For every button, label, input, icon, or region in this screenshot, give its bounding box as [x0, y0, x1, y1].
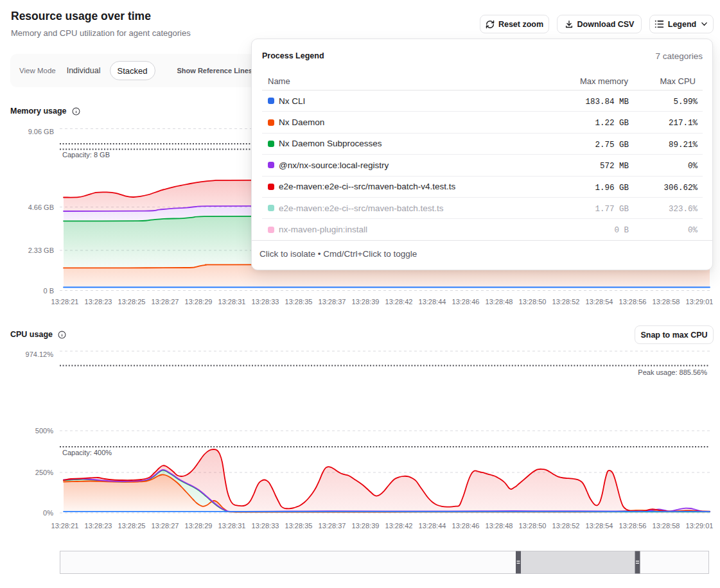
svg-text:13:29:01: 13:29:01: [686, 522, 714, 530]
svg-text:13:28:50: 13:28:50: [519, 298, 547, 306]
svg-text:500%: 500%: [35, 427, 53, 435]
svg-text:13:28:46: 13:28:46: [452, 298, 480, 306]
svg-text:13:28:29: 13:28:29: [185, 522, 213, 530]
svg-text:13:28:27: 13:28:27: [152, 298, 179, 306]
svg-text:13:28:33: 13:28:33: [252, 298, 279, 306]
svg-text:13:28:56: 13:28:56: [619, 522, 647, 530]
svg-text:13:28:23: 13:28:23: [85, 522, 112, 530]
svg-text:Capacity: 8 GB: Capacity: 8 GB: [62, 151, 110, 159]
svg-text:13:28:52: 13:28:52: [552, 298, 580, 306]
svg-text:13:28:35: 13:28:35: [285, 522, 313, 530]
svg-text:13:28:58: 13:28:58: [653, 522, 680, 530]
svg-text:4.66 GB: 4.66 GB: [28, 203, 54, 211]
svg-text:13:28:42: 13:28:42: [385, 298, 413, 306]
svg-text:Peak usage: 885.56%: Peak usage: 885.56%: [638, 368, 707, 376]
svg-text:13:28:48: 13:28:48: [486, 298, 513, 306]
svg-text:974.12%: 974.12%: [26, 350, 54, 358]
svg-text:13:28:23: 13:28:23: [85, 298, 112, 306]
svg-text:13:28:50: 13:28:50: [519, 522, 547, 530]
svg-text:2.33 GB: 2.33 GB: [28, 246, 54, 254]
svg-text:13:28:25: 13:28:25: [118, 522, 146, 530]
svg-text:13:28:54: 13:28:54: [586, 298, 613, 306]
svg-text:9.06 GB: 9.06 GB: [28, 128, 54, 135]
svg-text:13:28:48: 13:28:48: [486, 522, 513, 530]
svg-text:13:28:33: 13:28:33: [252, 522, 279, 530]
svg-text:13:29:01: 13:29:01: [686, 298, 714, 306]
svg-text:13:28:56: 13:28:56: [619, 298, 647, 306]
svg-text:13:28:29: 13:28:29: [185, 298, 213, 306]
svg-text:13:28:39: 13:28:39: [352, 298, 380, 306]
svg-text:13:28:39: 13:28:39: [352, 522, 380, 530]
svg-text:13:28:44: 13:28:44: [419, 522, 446, 530]
svg-text:13:28:42: 13:28:42: [385, 522, 413, 530]
svg-text:13:28:21: 13:28:21: [51, 298, 79, 306]
svg-text:13:28:27: 13:28:27: [152, 522, 179, 530]
svg-text:13:28:25: 13:28:25: [118, 298, 146, 306]
svg-text:13:28:37: 13:28:37: [319, 298, 346, 306]
svg-text:13:28:31: 13:28:31: [218, 522, 246, 530]
svg-text:13:28:37: 13:28:37: [319, 522, 346, 530]
svg-text:Capacity: 400%: Capacity: 400%: [62, 449, 112, 456]
svg-text:13:28:35: 13:28:35: [285, 298, 313, 306]
svg-text:13:28:44: 13:28:44: [419, 298, 446, 306]
svg-text:13:28:21: 13:28:21: [51, 522, 79, 530]
svg-text:13:28:54: 13:28:54: [586, 522, 613, 530]
svg-text:13:28:46: 13:28:46: [452, 522, 480, 530]
svg-text:0%: 0%: [43, 509, 53, 517]
svg-text:13:28:52: 13:28:52: [552, 522, 580, 530]
svg-text:13:28:58: 13:28:58: [653, 298, 680, 306]
svg-text:13:28:31: 13:28:31: [218, 298, 246, 306]
svg-text:250%: 250%: [35, 469, 53, 476]
svg-text:0 B: 0 B: [43, 287, 54, 295]
